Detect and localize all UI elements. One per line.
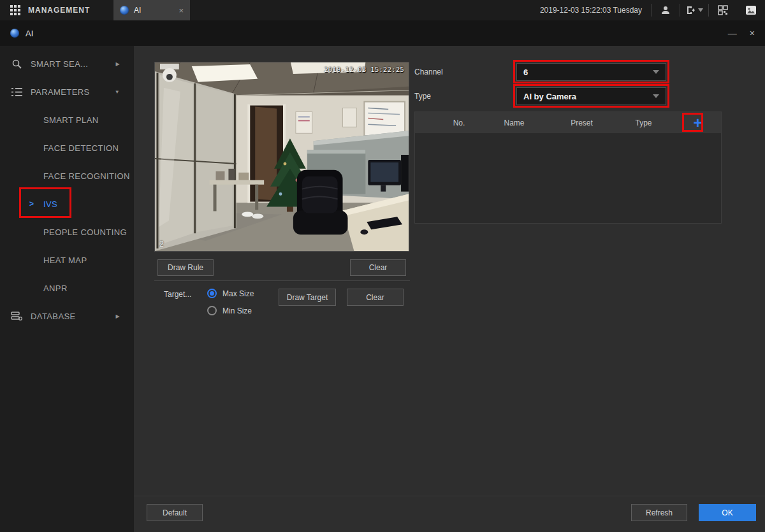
- sidebar-item-face-recognition[interactable]: FACE RECOGNITION: [0, 162, 134, 190]
- min-size-radio[interactable]: Min Size: [207, 306, 252, 315]
- column-header-no: No.: [441, 119, 477, 127]
- sidebar-item-label: IVS: [43, 199, 57, 209]
- min-size-label: Min Size: [222, 306, 252, 315]
- office-scene-image: [155, 62, 409, 251]
- radio-selected-icon: [207, 289, 217, 298]
- sidebar-item-label: FACE RECOGNITION: [43, 171, 130, 181]
- window-title: AI: [26, 29, 33, 38]
- sidebar-item-label: SMART SEA...: [31, 59, 88, 69]
- chevron-down-icon: [698, 8, 703, 12]
- sidebar-item-label: SMART PLAN: [43, 115, 99, 125]
- ok-button[interactable]: OK: [699, 504, 756, 521]
- ai-globe-icon: [10, 29, 19, 38]
- ai-globe-icon: [120, 6, 129, 15]
- sidebar-item-face-detection[interactable]: FACE DETECTION: [0, 134, 134, 162]
- video-timestamp: 2019-12-03 15:22:25: [324, 66, 404, 74]
- logout-icon[interactable]: [680, 0, 708, 20]
- table-body-empty: [415, 133, 721, 223]
- close-button[interactable]: ×: [750, 29, 755, 38]
- target-label: Target...: [164, 290, 191, 299]
- tab-ai[interactable]: AI ×: [113, 0, 190, 20]
- add-rule-button[interactable]: +: [693, 116, 702, 130]
- selected-chevron-icon: >: [29, 199, 34, 208]
- video-channel-badge: 2: [159, 240, 164, 248]
- sidebar-item-smart-plan[interactable]: SMART PLAN: [0, 106, 134, 134]
- window-titlebar: AI — ×: [0, 20, 765, 46]
- sidebar-item-label: HEAT MAP: [43, 255, 87, 265]
- chevron-down-icon: [653, 94, 659, 98]
- system-topbar: MANAGEMENT AI × 2019-12-03 15:22:03 Tues…: [0, 0, 765, 20]
- sidebar-item-parameters[interactable]: PARAMETERS ▼: [0, 78, 134, 106]
- type-select[interactable]: AI by Camera: [516, 87, 666, 105]
- draw-rule-button[interactable]: Draw Rule: [157, 259, 214, 276]
- sidebar-item-people-counting[interactable]: PEOPLE COUNTING: [0, 218, 134, 246]
- sidebar-item-label: ANPR: [43, 284, 68, 293]
- type-label: Type: [414, 92, 431, 101]
- divider: [154, 280, 410, 281]
- radio-unselected-icon: [207, 306, 217, 315]
- table-header-row: No. Name Preset Type +: [415, 112, 721, 133]
- type-value: AI by Camera: [523, 92, 653, 101]
- sidebar-item-database[interactable]: DATABASE ▶: [0, 302, 134, 330]
- clear-target-button[interactable]: Clear: [347, 289, 404, 306]
- channel-value: 6: [523, 68, 653, 77]
- chevron-down-icon: [653, 70, 659, 74]
- sidebar-item-label: PEOPLE COUNTING: [43, 227, 127, 237]
- sidebar-item-label: DATABASE: [31, 312, 76, 321]
- column-header-type: Type: [613, 119, 674, 127]
- management-label: MANAGEMENT: [28, 6, 90, 15]
- expand-down-icon: ▼: [115, 89, 120, 95]
- column-header-name: Name: [477, 119, 551, 127]
- smart-search-icon: [10, 57, 23, 70]
- max-size-radio[interactable]: Max Size: [207, 289, 254, 298]
- default-button[interactable]: Default: [147, 504, 203, 521]
- apps-grid-icon: [10, 5, 20, 15]
- sidebar-item-anpr[interactable]: ANPR: [0, 274, 134, 302]
- draw-target-button[interactable]: Draw Target: [279, 289, 336, 306]
- user-icon[interactable]: [652, 0, 680, 20]
- sidebar-item-smart-search[interactable]: SMART SEA... ▶: [0, 50, 134, 78]
- minimize-button[interactable]: —: [728, 29, 737, 38]
- video-preview-canvas[interactable]: 2019-12-03 15:22:25 2: [154, 62, 409, 252]
- tab-ai-label: AI: [134, 6, 173, 15]
- sidebar-item-heat-map[interactable]: HEAT MAP: [0, 246, 134, 274]
- sidebar-item-label: PARAMETERS: [31, 87, 90, 97]
- management-menu[interactable]: MANAGEMENT: [0, 0, 113, 20]
- divider: [134, 496, 765, 496]
- channel-label: Channel: [414, 68, 443, 76]
- sidebar-item-label: FACE DETECTION: [43, 143, 119, 153]
- tab-close-icon[interactable]: ×: [178, 6, 184, 15]
- datetime-label: 2019-12-03 15:22:03 Tuesday: [531, 6, 651, 15]
- database-icon: [10, 310, 23, 322]
- expand-right-icon: ▶: [115, 61, 120, 67]
- refresh-button[interactable]: Refresh: [631, 504, 687, 521]
- qr-code-icon[interactable]: [709, 0, 737, 20]
- parameters-list-icon: [10, 85, 23, 98]
- rules-table: No. Name Preset Type +: [414, 111, 722, 224]
- channel-select[interactable]: 6: [516, 63, 666, 81]
- main-content: 2019-12-03 15:22:25 2 Channel 6 Type AI …: [134, 46, 765, 532]
- column-header-preset: Preset: [551, 119, 613, 127]
- sidebar-item-ivs[interactable]: > IVS: [0, 190, 134, 218]
- sidebar: SMART SEA... ▶ PARAMETERS ▼ SMART PLAN F…: [0, 46, 134, 532]
- expand-right-icon: ▶: [115, 313, 120, 319]
- screenshot-icon[interactable]: [737, 0, 765, 20]
- clear-rule-button[interactable]: Clear: [350, 259, 406, 276]
- max-size-label: Max Size: [222, 289, 254, 298]
